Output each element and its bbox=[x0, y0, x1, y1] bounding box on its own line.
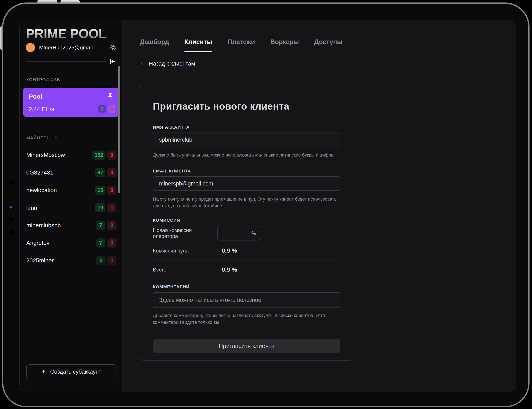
email-helper: На эту почту клиенту придет приглашение … bbox=[153, 195, 340, 209]
commission-label: КОМИССИЯ bbox=[153, 218, 340, 223]
pool-hashrate: 2.44 EH/s bbox=[29, 106, 54, 112]
section-label-miners[interactable]: МАЙНЕРЫ bbox=[26, 135, 58, 140]
tablet-bezel: PRIME POOL MinerHub2025@gmail... bbox=[2, 2, 530, 407]
sensor-dot bbox=[9, 180, 14, 185]
chevron-right-icon bbox=[54, 136, 58, 140]
section-label-control-hub: КОНТРОЛ ХАБ bbox=[26, 77, 60, 82]
comment-label: КОММЕНТАРИЙ bbox=[153, 284, 340, 289]
operator-commission-label: Новая комиссия оператора bbox=[153, 227, 217, 239]
miner-offline-badge: 0 bbox=[107, 256, 116, 265]
miner-online-badge: 15 bbox=[95, 186, 105, 195]
miner-name: 2025miner bbox=[26, 257, 54, 264]
sensor-dot bbox=[9, 230, 14, 235]
tab-clients[interactable]: Клиенты bbox=[184, 38, 212, 49]
collapse-row bbox=[26, 57, 116, 65]
top-nav: Дашборд Клиенты Платежи Воркеры Доступы bbox=[140, 38, 343, 49]
plus-icon: + bbox=[42, 368, 46, 375]
miner-online-badge: 7 bbox=[96, 221, 105, 230]
miner-row[interactable]: kmn 191 bbox=[20, 199, 122, 216]
miner-online-badge: 132 bbox=[93, 150, 105, 160]
miner-name: MinersMoscow bbox=[26, 152, 65, 158]
pin-icon[interactable] bbox=[106, 93, 114, 101]
miner-name: 0G827431 bbox=[26, 169, 53, 176]
create-subaccount-label: Создать субаккаунт bbox=[50, 369, 101, 375]
total-value: 0,9 % bbox=[222, 266, 237, 273]
pool-badges: 5 0 bbox=[98, 105, 115, 113]
camera-lens bbox=[9, 205, 14, 210]
miners-label: МАЙНЕРЫ bbox=[26, 135, 51, 140]
comment-helper: Добавьте комментарий, чтобы легче различ… bbox=[153, 312, 340, 326]
gear-icon[interactable] bbox=[109, 44, 116, 51]
divider bbox=[26, 61, 106, 62]
operator-commission-row: Новая комиссия оператора % bbox=[153, 226, 340, 241]
miner-offline-badge: 0 bbox=[107, 168, 116, 177]
percent-suffix: % bbox=[251, 230, 256, 237]
miner-row[interactable]: 2025miner 30 bbox=[20, 252, 122, 269]
miner-online-badge: 7 bbox=[96, 238, 105, 248]
tab-dashboard[interactable]: Дашборд bbox=[140, 38, 169, 49]
miner-offline-badge: 0 bbox=[107, 150, 116, 160]
sensor-dot bbox=[9, 217, 13, 222]
miner-online-badge: 87 bbox=[95, 168, 105, 177]
create-subaccount-button[interactable]: + Создать субаккаунт bbox=[26, 364, 116, 379]
miner-name: kmn bbox=[26, 204, 37, 211]
total-commission-row: Всего 0,9 % bbox=[153, 264, 340, 275]
pool-commission-value: 0,9 % bbox=[222, 247, 237, 254]
pool-name: Pool bbox=[29, 93, 42, 100]
tab-workers[interactable]: Воркеры bbox=[270, 38, 299, 49]
miner-name: minerclubspb bbox=[26, 222, 61, 229]
miner-offline-badge: 0 bbox=[107, 186, 116, 195]
total-label: Всего bbox=[153, 267, 217, 273]
account-name-label: ИМЯ АККАУНТА bbox=[153, 125, 340, 130]
pool-online-badge: 5 bbox=[98, 105, 106, 113]
pool-item[interactable]: Pool 2.44 EH/s 5 0 bbox=[23, 88, 119, 117]
miner-row[interactable]: Angretev 70 bbox=[20, 234, 122, 252]
sidebar-scrollbar[interactable] bbox=[118, 66, 120, 193]
miner-offline-badge: 0 bbox=[107, 238, 116, 248]
card-title: Пригласить нового клиента bbox=[153, 101, 340, 112]
tablet-frame: PRIME POOL MinerHub2025@gmail... bbox=[0, 0, 532, 409]
comment-input[interactable] bbox=[153, 292, 340, 308]
miner-row[interactable]: 0G827431 870 bbox=[20, 164, 122, 181]
miner-offline-badge: 1 bbox=[107, 203, 116, 212]
pool-offline-badge: 0 bbox=[108, 105, 115, 113]
operator-commission-field: % bbox=[217, 226, 260, 241]
miner-offline-badge: 0 bbox=[107, 221, 116, 230]
app-logo: PRIME POOL bbox=[26, 26, 106, 41]
commission-divider bbox=[153, 259, 340, 260]
sidebar: PRIME POOL MinerHub2025@gmail... bbox=[20, 20, 122, 392]
email-input[interactable] bbox=[153, 176, 340, 191]
back-link[interactable]: Назад к клиентам bbox=[140, 61, 195, 67]
pool-commission-label: Комиссия пула bbox=[153, 248, 217, 254]
miner-name: newlocation bbox=[26, 187, 57, 194]
main-content: Дашборд Клиенты Платежи Воркеры Доступы … bbox=[123, 20, 516, 392]
miner-online-badge: 3 bbox=[96, 256, 105, 265]
pool-commission-row: Комиссия пула 0,9 % bbox=[153, 245, 340, 256]
invite-client-card: Пригласить нового клиента ИМЯ АККАУНТА Д… bbox=[140, 86, 353, 361]
email-label: EMAIL КЛИЕНТА bbox=[153, 168, 340, 174]
chevron-left-icon bbox=[140, 61, 145, 66]
miner-row[interactable]: minerclubspb 70 bbox=[20, 216, 122, 234]
account-row[interactable]: MinerHub2025@gmail... bbox=[26, 43, 116, 52]
back-label: Назад к клиентам bbox=[149, 61, 195, 67]
account-name-helper: Должно быть уникальным, можно использова… bbox=[153, 152, 340, 158]
miner-name: Angretev bbox=[26, 240, 49, 246]
miner-list: MinersMoscow 1320 0G827431 870 newlocati… bbox=[20, 146, 122, 269]
tab-access[interactable]: Доступы bbox=[314, 38, 343, 49]
miner-row[interactable]: MinersMoscow 1320 bbox=[20, 146, 122, 164]
app-screen: PRIME POOL MinerHub2025@gmail... bbox=[19, 20, 516, 392]
miner-row[interactable]: newlocation 150 bbox=[20, 181, 122, 199]
account-email: MinerHub2025@gmail... bbox=[39, 45, 109, 51]
avatar bbox=[26, 43, 35, 52]
collapse-sidebar-icon[interactable] bbox=[109, 57, 116, 65]
account-name-input[interactable] bbox=[153, 132, 340, 147]
invite-client-button[interactable]: Пригласить клиента bbox=[153, 339, 340, 353]
tab-payments[interactable]: Платежи bbox=[227, 38, 255, 49]
miner-online-badge: 19 bbox=[95, 203, 105, 212]
